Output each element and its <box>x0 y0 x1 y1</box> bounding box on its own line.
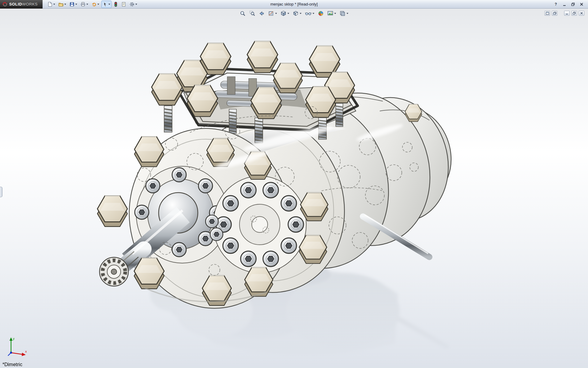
options-button[interactable] <box>128 1 138 8</box>
dropdown-caret[interactable] <box>97 4 99 5</box>
3ds-logo-icon <box>2 2 7 7</box>
doc-restore-button[interactable] <box>571 11 577 16</box>
file-properties-icon <box>121 2 126 7</box>
minimize-icon <box>563 2 566 6</box>
dropdown-caret[interactable] <box>288 13 289 14</box>
dropdown-caret[interactable] <box>53 4 55 5</box>
apply-scene-icon <box>327 10 334 17</box>
section-view-button[interactable] <box>267 10 278 17</box>
dropdown-caret[interactable] <box>135 4 137 5</box>
view-settings-icon <box>340 10 346 17</box>
section-view-icon <box>268 10 274 17</box>
undo-button[interactable] <box>90 1 100 8</box>
dropdown-caret[interactable] <box>108 4 110 5</box>
options-gear-icon <box>130 2 134 7</box>
doc-window-left-button[interactable] <box>545 11 550 16</box>
triad-y-label: y <box>13 337 15 340</box>
open-folder-icon <box>58 2 63 7</box>
headsup-view-toolbar <box>239 10 349 17</box>
save-button[interactable] <box>68 1 78 8</box>
zoom-to-fit-icon <box>240 10 246 17</box>
apply-scene-button[interactable] <box>326 10 337 17</box>
view-orientation-button[interactable] <box>280 10 290 17</box>
collapsed-panel-tab[interactable] <box>0 187 2 197</box>
save-icon <box>70 2 74 7</box>
edit-appearance-ball-icon <box>318 10 324 17</box>
document-window-controls <box>545 11 584 16</box>
dropdown-caret[interactable] <box>334 13 336 14</box>
hide-show-glasses-icon <box>305 10 312 17</box>
restore-icon <box>571 2 575 6</box>
titlebar: SOLIDWORKS <box>0 0 588 9</box>
help-button[interactable]: ? <box>553 2 559 7</box>
rebuild-icon <box>114 2 118 7</box>
zoom-to-area-icon <box>249 10 255 17</box>
window-tile-icon <box>546 12 549 15</box>
view-settings-button[interactable] <box>339 10 349 17</box>
triad-x-label: x <box>25 350 27 353</box>
doc-close-icon <box>580 12 583 15</box>
display-style-button[interactable] <box>292 10 303 17</box>
doc-close-button[interactable] <box>579 11 584 16</box>
solidworks-window: SOLIDWORKS <box>0 0 588 368</box>
new-document-icon <box>47 2 52 7</box>
dropdown-caret[interactable] <box>300 13 302 14</box>
solidworks-logo: SOLIDWORKS <box>0 0 43 9</box>
doc-minimize-button[interactable] <box>564 11 570 16</box>
open-button[interactable] <box>57 1 67 8</box>
file-properties-button[interactable] <box>120 1 127 8</box>
previous-view-icon <box>259 10 265 17</box>
print-icon <box>81 2 85 7</box>
select-cursor-icon <box>103 2 107 7</box>
dropdown-caret[interactable] <box>275 13 277 14</box>
dropdown-caret[interactable] <box>347 13 349 14</box>
window-cascade-icon <box>553 12 556 15</box>
view-orientation-label: *Dimetric <box>2 362 22 367</box>
hide-show-items-button[interactable] <box>304 10 315 17</box>
close-button[interactable] <box>579 2 584 7</box>
close-icon <box>580 2 583 6</box>
restore-button[interactable] <box>570 2 576 7</box>
zoom-to-fit-button[interactable] <box>239 10 247 17</box>
dropdown-caret[interactable] <box>64 4 66 5</box>
dropdown-caret[interactable] <box>86 4 88 5</box>
rebuild-button[interactable] <box>112 1 119 8</box>
display-style-icon <box>293 10 299 17</box>
doc-restore-icon <box>573 12 576 15</box>
titlebar-toolbar <box>43 1 138 8</box>
minimize-button[interactable] <box>562 2 567 7</box>
graphics-area[interactable]: x y *Dimetric <box>0 9 588 368</box>
select-button[interactable] <box>101 1 111 8</box>
undo-icon <box>92 2 96 7</box>
previous-view-button[interactable] <box>258 10 266 17</box>
window-controls: ? <box>553 2 588 7</box>
doc-minimize-icon <box>565 12 568 15</box>
brand-text: SOLIDWORKS <box>9 2 38 6</box>
view-orientation-cube-icon <box>281 10 287 17</box>
zoom-to-area-button[interactable] <box>248 10 256 17</box>
print-button[interactable] <box>79 1 89 8</box>
reference-triad: x y <box>6 335 29 359</box>
new-document-button[interactable] <box>46 1 56 8</box>
edit-appearance-button[interactable] <box>317 10 325 17</box>
dropdown-caret[interactable] <box>75 4 77 5</box>
dropdown-caret[interactable] <box>313 13 315 14</box>
3d-model-viewport[interactable] <box>0 9 588 368</box>
doc-window-right-button[interactable] <box>552 11 557 16</box>
